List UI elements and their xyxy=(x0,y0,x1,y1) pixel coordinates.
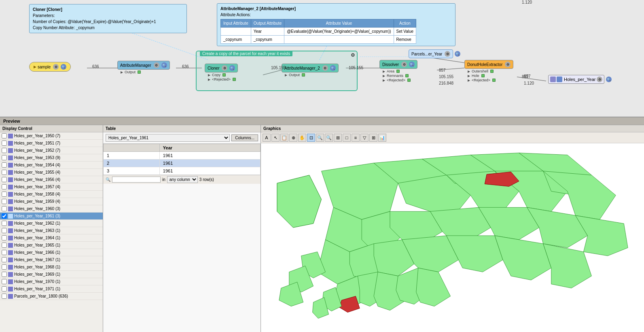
sample-node[interactable]: ▶ sample ⚙ 🔍 xyxy=(29,62,71,72)
dissolver-label: Dissolver xyxy=(382,62,399,67)
list-item[interactable]: Holes_per_Year_1960 (3) xyxy=(0,205,103,213)
svg-line-6 xyxy=(517,77,546,81)
toolbar-cursor-btn[interactable]: ↖ xyxy=(271,134,280,142)
list-item[interactable]: Holes_per_Year_1958 (4) xyxy=(0,191,103,198)
attr-manager-2-label: AttributeManager_2 xyxy=(284,66,320,70)
columns-button[interactable]: Columns... xyxy=(231,134,258,141)
toolbar-grid-btn[interactable]: ⊞ xyxy=(369,134,377,142)
list-item[interactable]: Holes_per_Year_1963 (1) xyxy=(0,227,103,234)
list-item[interactable]: Holes_per_Year_1950 (7) xyxy=(0,132,103,140)
sample-search-icon[interactable]: 🔍 xyxy=(61,64,66,70)
list-item-icon xyxy=(8,294,13,299)
count-cloner-copy: 105.155 xyxy=(271,66,286,70)
donut-hole-label: DonutHoleExtractor xyxy=(467,62,502,67)
count-after-attr-manager: 636 xyxy=(182,64,189,69)
search-input[interactable] xyxy=(112,177,161,183)
group-settings-icon[interactable]: ⚙ xyxy=(351,52,355,58)
list-item[interactable]: Holes_per_Year_1971 (1) xyxy=(0,285,103,293)
data-table: Year 119612196131961 xyxy=(103,144,261,175)
list-item-icon xyxy=(8,236,13,240)
list-item[interactable]: Holes_per_Year_1959 (4) xyxy=(0,198,103,205)
list-item[interactable]: Holes_per_Year_1964 (1) xyxy=(0,234,103,242)
list-item[interactable]: Holes_per_Year_1953 (9) xyxy=(0,154,103,162)
attr-manager-2-search-icon[interactable]: 🔍 xyxy=(330,65,336,71)
list-item[interactable]: Holes_per_Year_1951 (7) xyxy=(0,140,103,147)
table-dropdown[interactable]: Holes_per_Year_1961 xyxy=(106,134,230,142)
toolbar-list-btn[interactable]: ≡ xyxy=(352,134,360,142)
list-item[interactable]: Holes_per_Year_1952 (7) xyxy=(0,147,103,154)
attr-manager-node[interactable]: AttributeManager ⚙ 🔍 ▶ Output xyxy=(117,61,170,74)
donut-hole-port: Hole xyxy=(472,74,479,78)
list-item[interactable]: Holes_per_Year_1954 (4) xyxy=(0,162,103,169)
list-item-icon xyxy=(8,148,13,153)
table-header: Table xyxy=(103,125,261,132)
toolbar-zoom-in-btn[interactable]: 🔍 xyxy=(316,134,324,142)
dissolver-search-icon[interactable]: 🔍 xyxy=(409,62,415,67)
col-num xyxy=(104,144,160,152)
row-count: 3 row(s) xyxy=(199,177,214,182)
holes-year-search-icon[interactable]: 🔍 xyxy=(606,77,612,82)
graphics-header: Graphics xyxy=(261,125,644,132)
list-item[interactable]: Holes_per_Year_1967 (1) xyxy=(0,256,103,264)
attr-row1-value: @Evaluate(@Value(Year_Originate)+@Value(… xyxy=(284,28,394,36)
cloner-gear-icon[interactable]: ⚙ xyxy=(222,65,227,71)
toolbar-stats-btn[interactable]: 📊 xyxy=(378,134,386,142)
attr-manager-2-node[interactable]: AttributeManager_2 ⚙ 🔍 ▶ Output xyxy=(282,64,339,77)
attr-manager-search-icon[interactable]: 🔍 xyxy=(161,62,167,68)
list-item-icon xyxy=(8,287,13,292)
table-row[interactable]: 21961 xyxy=(104,160,261,167)
cloner-node[interactable]: Cloner ⚙ 🔍 ▶ Copy ▶ <Rejected> xyxy=(205,64,238,81)
list-item[interactable]: Parcels_per_Year_1800 (636) xyxy=(0,293,103,300)
donut-hole-gear-icon[interactable]: ⚙ xyxy=(505,62,511,67)
list-item[interactable]: Holes_per_Year_1956 (4) xyxy=(0,176,103,183)
parcels-year-gear-icon[interactable]: ⚙ xyxy=(445,51,450,57)
attr-manager-label: AttributeManager xyxy=(120,63,151,68)
attr-manager-gear-icon[interactable]: ⚙ xyxy=(154,62,159,68)
toolbar-select-btn[interactable]: ⊡ xyxy=(307,134,315,142)
donut-rejected-port: <Rejected> xyxy=(472,78,490,82)
list-item[interactable]: Holes_per_Year_1968 (1) xyxy=(0,264,103,271)
toolbar-text-btn[interactable]: A xyxy=(263,134,271,142)
list-item[interactable]: Holes_per_Year_1957 (4) xyxy=(0,183,103,191)
list-item-icon xyxy=(8,250,13,255)
attr-manager-2-gear-icon[interactable]: ⚙ xyxy=(322,65,328,71)
holes-year-icon2 xyxy=(557,77,562,82)
toolbar-zoom-fit-btn[interactable]: □ xyxy=(343,134,351,142)
dissolver-node[interactable]: Dissolver ⚙ 🔍 ▶ Area ▶ Remnants ▶ <Rejec… xyxy=(379,60,417,82)
dissolver-gear-icon[interactable]: ⚙ xyxy=(401,62,407,67)
col-year: Year xyxy=(159,144,260,152)
donut-hole-node[interactable]: DonutHoleExtractor ⚙ ▶ Outershell ▶ Hole… xyxy=(464,60,513,82)
toolbar-zoom-out-btn[interactable]: 🔍 xyxy=(325,134,333,142)
list-item[interactable]: Holes_per_Year_1970 (1) xyxy=(0,278,103,285)
sample-gear-icon[interactable]: ⚙ xyxy=(53,64,59,70)
count-cloner-copy2: 105.155 xyxy=(349,66,363,70)
holes-year-gear-icon[interactable]: ⚙ xyxy=(597,77,602,82)
list-item-icon xyxy=(8,185,13,189)
list-item[interactable]: Holes_per_Year_1969 (1) xyxy=(0,271,103,278)
parcels-year-search-icon[interactable]: 🔍 xyxy=(455,51,460,57)
list-item[interactable]: Holes_per_Year_1966 (1) xyxy=(0,249,103,256)
parcels-year-node[interactable]: Parcels...er_Year ⚙ 🔍 xyxy=(409,49,460,58)
toolbar-hand-btn[interactable]: ✋ xyxy=(298,134,306,142)
cloner-copy-port: Copy xyxy=(212,73,220,77)
table-row[interactable]: 11961 xyxy=(104,152,261,160)
list-item-icon xyxy=(8,258,13,262)
list-item-icon xyxy=(8,228,13,233)
column-dropdown[interactable]: any column xyxy=(167,176,198,183)
toolbar-copy-btn[interactable]: 📋 xyxy=(280,134,288,142)
attr-row1-action: Set Value xyxy=(394,28,416,36)
list-item[interactable]: Holes_per_Year_1962 (1) xyxy=(0,220,103,227)
cloner-tooltip: Cloner [Cloner] Parameters: Number of Co… xyxy=(29,4,187,33)
toolbar-add-btn[interactable]: ⊕ xyxy=(289,134,297,142)
list-item-icon xyxy=(8,177,13,182)
list-item[interactable]: Holes_per_Year_1961 (3) xyxy=(0,213,103,220)
table-row[interactable]: 31961 xyxy=(104,167,261,175)
list-item[interactable]: Holes_per_Year_1965 (1) xyxy=(0,242,103,249)
holes-year-node[interactable]: Holes_per_Year ⚙ 🔍 xyxy=(548,75,612,84)
cloner-search-icon[interactable]: 🔍 xyxy=(229,65,235,71)
list-item[interactable]: Holes_per_Year_1955 (4) xyxy=(0,169,103,176)
toolbar-filter-btn[interactable]: ▽ xyxy=(360,134,369,142)
list-item-icon xyxy=(8,134,13,138)
cloner-label: Cloner xyxy=(208,66,219,70)
toolbar-zoom-box-btn[interactable]: ⊞ xyxy=(334,134,342,142)
